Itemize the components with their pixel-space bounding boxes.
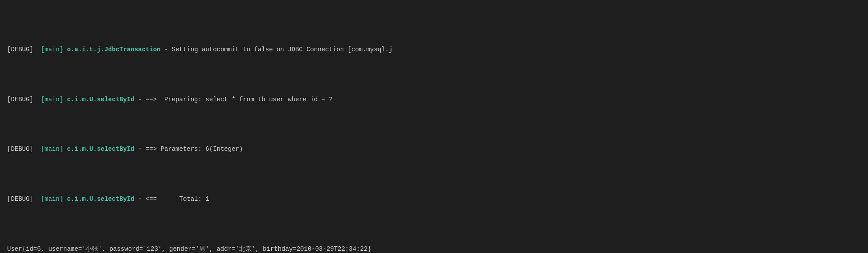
thread-2: [main] xyxy=(41,96,63,103)
debug-tag-4: [DEBUG] xyxy=(7,195,33,203)
log-line-2: [DEBUG] [main] c.i.m.U.selectById - ==> … xyxy=(7,95,861,104)
debug-tag-1: [DEBUG] xyxy=(7,46,33,53)
thread-1: [main] xyxy=(41,46,63,53)
msg-2: ==> Preparing: select * from tb_user whe… xyxy=(146,96,333,103)
class-4: c.i.m.U.selectById xyxy=(67,195,134,203)
log-line-5: User{id=6, username='小张', password='123'… xyxy=(7,244,861,253)
debug-tag-2: [DEBUG] xyxy=(7,96,33,103)
debug-tag-3: [DEBUG] xyxy=(7,145,33,153)
thread-3: [main] xyxy=(41,145,63,153)
user-data-1: User{id=6, username='小张', password='123'… xyxy=(7,245,371,253)
class-1: o.a.i.t.j.JdbcTransaction xyxy=(67,46,160,53)
log-line-1: [DEBUG] [main] o.a.i.t.j.JdbcTransaction… xyxy=(7,45,861,54)
msg-4: <== Total: 1 xyxy=(146,195,209,203)
sep-1: - xyxy=(161,46,172,53)
sep-4: - xyxy=(134,195,146,203)
log-line-3: [DEBUG] [main] c.i.m.U.selectById - ==> … xyxy=(7,144,861,154)
log-line-4: [DEBUG] [main] c.i.m.U.selectById - <== … xyxy=(7,194,861,204)
console-output: [DEBUG] [main] o.a.i.t.j.JdbcTransaction… xyxy=(7,4,861,253)
msg-3: ==> Parameters: 6(Integer) xyxy=(146,145,243,153)
sep-3: - xyxy=(134,145,146,153)
class-2: c.i.m.U.selectById xyxy=(67,96,134,103)
msg-1: Setting autocommit to false on JDBC Conn… xyxy=(172,46,393,53)
class-3: c.i.m.U.selectById xyxy=(67,145,134,153)
thread-4: [main] xyxy=(41,195,63,203)
sep-2: - xyxy=(134,96,146,103)
